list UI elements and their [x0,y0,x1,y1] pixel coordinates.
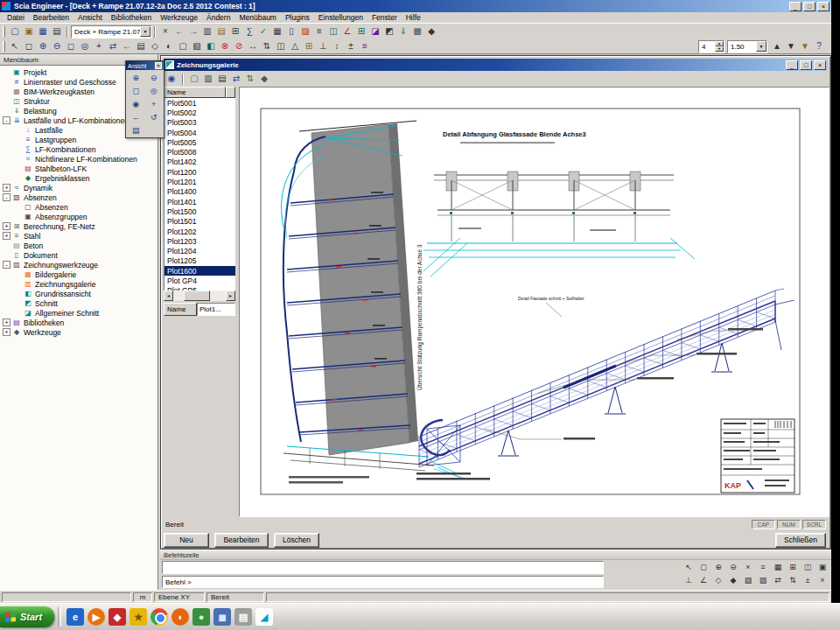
export-plot-icon[interactable]: ⇄ [229,73,243,85]
zoom-in-icon[interactable]: ⊕ [127,71,145,84]
tree-item[interactable]: ▦ Bildergalerie [0,270,158,279]
named-view-icon[interactable]: ▤ [134,40,148,52]
close-project-icon[interactable]: × [158,25,172,38]
zoom-in-icon[interactable]: ⊕ [711,561,725,573]
tree-item[interactable]: + ▤ Bibliotheken [0,318,158,327]
scale-icon[interactable]: △ [288,40,302,52]
plot-list-item[interactable]: Plot1401 [164,197,235,206]
tree-item[interactable]: ▤ Beton [0,241,158,250]
perspective-icon[interactable]: ◇ [148,40,162,52]
hatch-icon[interactable]: ▧ [741,574,755,586]
gray-app-icon[interactable]: ▤ [234,608,252,626]
render-icon[interactable]: ◧ [204,40,218,52]
delete-button[interactable]: Löschen [274,533,319,548]
select-box-icon[interactable]: ◻ [22,40,36,52]
layer-down-icon[interactable]: ▼ [784,40,798,52]
filter-icon[interactable]: ▼ [798,40,812,52]
save-icon[interactable]: ▦ [36,25,50,38]
chart-icon[interactable]: ◪ [368,25,382,38]
tree-item[interactable]: ▥ Zeichnungsgalerie [0,279,158,289]
copy-icon[interactable]: ▥ [200,25,214,38]
zoom-selection-icon[interactable]: ◉ [127,97,145,110]
swap-icon[interactable]: ⇄ [771,574,785,586]
tree-item[interactable]: + ≈ Dynamik [0,183,158,192]
plot-list-item[interactable]: Plot5001 [164,98,235,108]
select-pointer-icon[interactable]: ↖ [8,40,22,52]
paint-app-icon[interactable]: ★ [130,608,147,626]
tree-expander[interactable]: + [3,318,10,326]
activity-icon[interactable]: ◫ [326,25,340,38]
copy-plot-icon[interactable]: ▥ [201,73,215,85]
tree-expander[interactable]: - [3,261,10,269]
edit-button[interactable]: Bearbeiten [214,533,269,548]
red-app-icon[interactable]: ◆ [108,608,126,626]
rotate-icon[interactable]: ⇅ [260,40,274,52]
print-view-icon[interactable]: ▤ [127,123,145,136]
plot-list-item[interactable]: Plot5003 [164,118,235,128]
combo-dropdown-icon[interactable]: ▼ [756,41,766,52]
layer-up-icon[interactable]: ▲ [770,40,784,52]
angle-icon[interactable]: ∠ [696,574,710,586]
layer-manager-icon[interactable]: ≡ [358,40,372,52]
scroll-right-icon[interactable]: ► [226,290,235,301]
scale-combo[interactable]: 1.50 ▼ [727,40,767,53]
tree-expander[interactable]: + [3,184,10,192]
tree-expander[interactable]: + [3,232,10,240]
ortho-icon[interactable]: ⊥ [682,574,696,586]
plot-list-item[interactable]: Plot1202 [164,227,235,236]
gallery-icon[interactable]: ▨ [298,25,312,38]
plot-list-item[interactable]: Plot5002 [164,108,235,117]
menu-item[interactable]: Hilfe [402,12,425,23]
green-app-icon[interactable]: ● [192,608,210,626]
tree-item[interactable]: - ▧ Absenzen [0,192,158,202]
ortho-icon[interactable]: ⊥ [316,40,330,52]
dimension-icon[interactable]: ↕ [330,40,344,52]
plot-list-item[interactable]: Plot5004 [164,128,235,137]
plot-list-item[interactable]: Plot1204 [164,246,235,256]
tree-item[interactable]: ▢ Absenzen [0,202,158,212]
scroll-left-icon[interactable]: ◄ [164,290,173,301]
print-plot-icon[interactable]: ▤ [215,73,229,85]
flip-icon[interactable]: ⇅ [786,574,800,586]
erase-icon[interactable]: ⊘ [232,40,246,52]
menu-item[interactable]: Plugins [281,12,314,23]
previous-view-icon[interactable]: ← [127,110,145,123]
snap-icon[interactable]: ⊞ [302,40,316,52]
tolerance-icon[interactable]: ± [801,574,815,586]
tree-item[interactable]: ◩ Schnitt [0,298,158,308]
menu-item[interactable]: Fenster [368,12,402,23]
move-icon[interactable]: ↔ [246,40,260,52]
plane-icon[interactable]: ◫ [801,561,815,573]
command-panel-header[interactable]: Befehlszeile [160,550,831,560]
hscroll-thumb[interactable] [184,290,210,301]
menu-item[interactable]: Bibliotheken [107,12,156,23]
plot-list-column-name[interactable]: Name [164,87,226,98]
mesh-icon[interactable]: ▩ [410,25,424,38]
layers-icon[interactable]: ≡ [756,561,770,573]
close-button[interactable]: × [817,2,830,11]
status-plane[interactable]: Ebene XY [154,592,205,602]
tree-item[interactable]: ▤ Stahlbeton-LFK [0,164,158,173]
wireframe-icon[interactable]: ▢ [176,40,190,52]
redraw-icon[interactable]: ↺ [145,110,164,123]
document-icon[interactable]: ▯ [284,25,298,38]
project-combo[interactable]: Deck + Rampe 21.07 ▼ [71,25,151,38]
axes-icon[interactable]: ∠ [340,25,354,38]
tree-item[interactable]: ▣ Absenzgruppen [0,212,158,221]
command-input[interactable]: Befehl > [162,576,604,588]
chrome-icon[interactable] [150,608,168,626]
spinner-down-icon[interactable]: ▼ [715,46,724,52]
plot-list-item[interactable]: Plot1501 [164,217,235,227]
firefox-icon[interactable]: ◗ [172,608,189,626]
menu-item[interactable]: Werkzeuge [156,12,202,23]
ansicht-palette[interactable]: Ansicht × ⊕⊖◻◎◉+←↺▤ [125,60,164,138]
section-icon[interactable]: ◩ [382,25,396,38]
box-select-icon[interactable]: ◻ [696,561,710,573]
zoom-out-icon[interactable]: ⊖ [145,71,164,84]
plot-list-item[interactable]: Plot1200 [164,167,235,177]
menu-item[interactable]: Bearbeiten [29,12,74,23]
gallery-minimize-button[interactable]: _ [786,60,798,70]
plot-list-item[interactable]: Plot1600 [164,266,235,276]
plot-list-item[interactable]: Plot5005 [164,137,235,147]
multiply-icon[interactable]: × [816,574,830,586]
